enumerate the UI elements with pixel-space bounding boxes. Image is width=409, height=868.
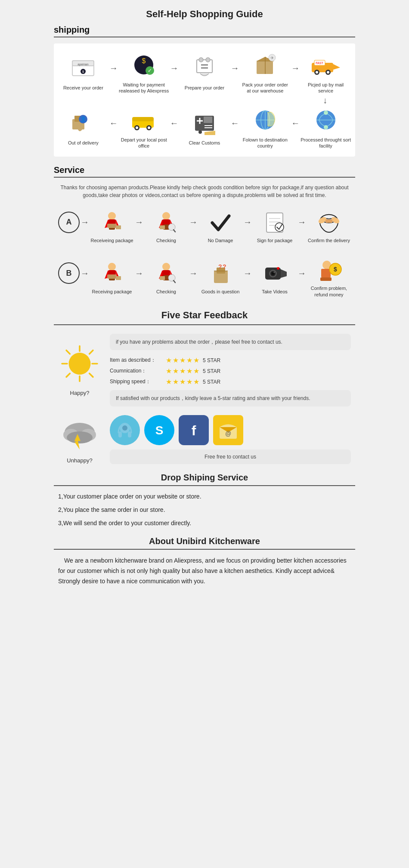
- arrow-a0: →: [81, 217, 89, 227]
- depart-icon: [129, 106, 159, 134]
- svg-text:FAST: FAST: [316, 62, 323, 65]
- service-check-b-icon: [152, 261, 180, 286]
- arrowL4: ←: [291, 118, 300, 128]
- service-confirmrefund-label: Confirm problem, refund money: [307, 285, 351, 298]
- arrowL1: ←: [109, 118, 118, 128]
- pack-icon: ✈: [250, 51, 280, 79]
- service-check-a: Checking: [144, 209, 188, 243]
- svg-line-115: [66, 373, 70, 377]
- svg-rect-88: [160, 276, 165, 280]
- prepare-label: Prepare your order: [185, 85, 224, 91]
- svg-point-89: [168, 274, 175, 281]
- contact-icons-row: S f @: [110, 415, 351, 445]
- arrow-b2: →: [189, 268, 198, 278]
- svg-text:$: $: [142, 57, 146, 65]
- svg-point-100: [273, 272, 275, 273]
- svg-marker-101: [281, 269, 287, 278]
- svg-text:S: S: [155, 424, 164, 437]
- payment-icon: $ ✓: [129, 51, 159, 79]
- flow-item-outdelivery: 👤 Out of delivery: [58, 109, 108, 146]
- scenario-b-label: B: [58, 262, 80, 284]
- star-value-1: 5 STAR: [203, 357, 220, 363]
- service-recv-a-label: Receiveing package: [90, 237, 133, 243]
- svg-text:$: $: [334, 266, 337, 273]
- processed-label: Processed throught sort facility: [301, 137, 351, 149]
- svg-text:👤: 👤: [80, 116, 87, 122]
- svg-point-116: [69, 353, 91, 375]
- svg-rect-81: [107, 274, 117, 279]
- service-confirmdelivery-icon: [315, 209, 343, 235]
- shipping-row1: apeman $ Receive your order → $: [58, 51, 351, 94]
- receive-label: Receive your order: [63, 85, 103, 91]
- svg-rect-41: [204, 117, 212, 123]
- arrow1: →: [109, 63, 118, 73]
- depart-label: Depart your local post office: [119, 137, 169, 149]
- stars-2: ★ ★ ★ ★ ★: [166, 367, 199, 375]
- service-check-a-icon: [152, 209, 180, 235]
- unhappy-icon-container: Unhappy?: [58, 416, 101, 464]
- svg-point-76: [108, 263, 116, 271]
- service-confirmdelivery-label: Confirm the delivery: [308, 237, 350, 243]
- scenario-b-flow: B → Receiving package →: [54, 254, 355, 301]
- flow-item-follow: Folown to destination country: [240, 106, 290, 149]
- processed-icon: [311, 106, 341, 134]
- service-nodamage-label: No Damage: [208, 237, 233, 243]
- svg-point-123: [122, 425, 127, 431]
- svg-rect-9: [197, 60, 212, 73]
- contact-bubble: Free free to contact us: [110, 449, 351, 464]
- shipping-section: shipping apeman $ Receive your: [54, 25, 355, 157]
- service-signpkg-label: Sign for package: [257, 237, 293, 243]
- svg-line-67: [174, 230, 175, 232]
- service-header: Service: [54, 165, 355, 178]
- svg-point-11: [206, 58, 210, 62]
- service-takevideos: Take Videos: [253, 261, 297, 295]
- shipping-header: shipping: [54, 25, 355, 37]
- service-confirmrefund-icon: $: [315, 257, 343, 283]
- service-section: Service Thanks for choosing apeman produ…: [54, 165, 355, 301]
- customs-label: Clear Customs: [189, 140, 220, 146]
- about-text: We are a newborn kitchenware brand on Al…: [54, 556, 355, 586]
- pickup-icon: FAST: [311, 51, 341, 79]
- service-recv-b-icon: [98, 261, 126, 286]
- svg-point-53: [108, 212, 116, 220]
- service-check-b: Checking: [144, 261, 188, 295]
- svg-rect-14: [257, 61, 273, 74]
- rating-row-2: Coumnication： ★ ★ ★ ★ ★ 5 STAR: [110, 367, 351, 375]
- svg-point-83: [162, 263, 170, 271]
- main-title: Self-Help Shopping Guide: [54, 9, 355, 20]
- rating-row-3: Shipping speed： ★ ★ ★ ★ ★ 5 STAR: [110, 378, 351, 386]
- service-check-a-label: Checking: [156, 237, 176, 243]
- service-goodsquestion-icon: ? ?: [207, 261, 235, 286]
- service-confirmdelivery: Confirm the delivery: [307, 209, 351, 243]
- svg-point-60: [162, 212, 170, 220]
- star-value-3: 5 STAR: [203, 379, 220, 385]
- svg-point-37: [148, 126, 150, 129]
- drop-item-3: 3,We will send the order to your custome…: [58, 519, 351, 528]
- flow-item-pack: ✈ Pack your order order at our warehouse: [240, 51, 290, 94]
- unhappy-label: Unhappy?: [58, 457, 101, 464]
- svg-marker-21: [333, 64, 340, 70]
- five-star-section: Five Star Feedback Happy?: [54, 310, 355, 464]
- svg-rect-33: [132, 117, 154, 121]
- flow-item-pickup: FAST Picjed up by mail service: [301, 51, 351, 94]
- svg-point-120: [67, 431, 93, 443]
- happy-section: Happy? if you have any problems about th…: [54, 334, 355, 406]
- drop-divider: [54, 485, 355, 486]
- prepare-icon: [189, 54, 220, 82]
- receive-icon: apeman $: [68, 54, 98, 82]
- service-recv-b: Receiving package: [90, 261, 134, 295]
- down-arrow: ↓: [323, 96, 327, 105]
- arrowL3: ←: [230, 118, 239, 128]
- follow-label: Folown to destination country: [240, 137, 290, 149]
- sun-icon: [58, 344, 101, 387]
- service-goodsquestion: ? ? Goods in question: [198, 261, 242, 295]
- svg-point-27: [327, 71, 329, 74]
- about-section: About Unibird Kitchenware We are a newbo…: [54, 536, 355, 586]
- happy-icon-container: Happy?: [58, 344, 101, 396]
- rating-label-1: Item as described：: [110, 357, 166, 364]
- feedback-box: if you have any problems about the order…: [110, 334, 351, 406]
- rating-label-2: Coumnication：: [110, 367, 166, 375]
- arrowL2: ←: [170, 118, 179, 128]
- support-icon: [110, 415, 140, 445]
- svg-rect-75: [325, 219, 332, 223]
